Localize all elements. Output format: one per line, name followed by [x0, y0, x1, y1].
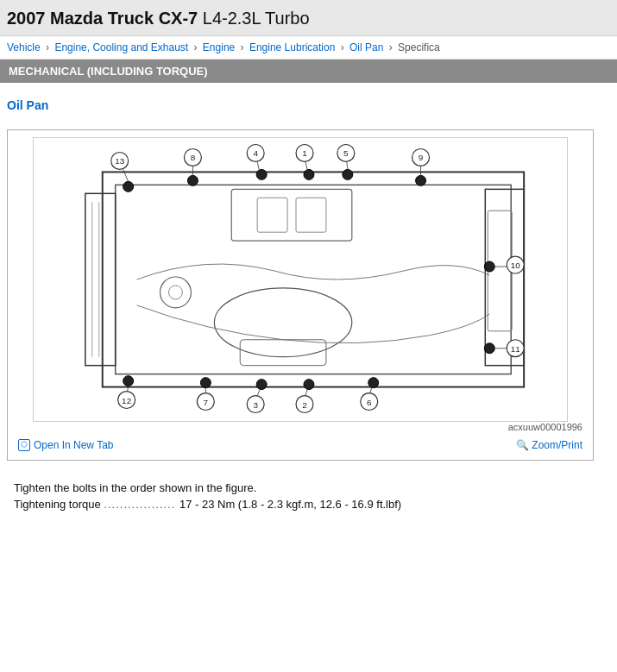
svg-point-15	[123, 181, 134, 192]
svg-point-17	[256, 169, 267, 179]
oil-pan-link[interactable]: Oil Pan	[7, 98, 610, 112]
svg-point-22	[484, 343, 494, 354]
zoom-icon: 🔍	[516, 439, 529, 451]
svg-text:3: 3	[253, 400, 258, 410]
zoom-print-link[interactable]: 🔍 Zoom/Print	[516, 439, 582, 451]
image-id-label: acxuuw00001996	[15, 422, 586, 434]
svg-point-19	[343, 169, 353, 179]
svg-point-25	[256, 380, 267, 390]
svg-text:11: 11	[511, 344, 521, 354]
svg-point-21	[484, 261, 494, 272]
svg-text:8: 8	[191, 153, 196, 162]
diagram-container: 13 8 4 1 5	[7, 129, 594, 461]
svg-text:5: 5	[343, 148, 349, 158]
diagram-box: 13 8 4 1 5	[33, 137, 568, 422]
breadcrumb-engine-lubrication[interactable]: Engine Lubrication	[249, 41, 335, 53]
svg-point-18	[304, 169, 314, 179]
svg-point-27	[368, 378, 379, 388]
svg-text:2: 2	[302, 400, 307, 410]
breadcrumb: Vehicle › Engine, Cooling and Exhaust › …	[0, 36, 617, 60]
svg-rect-0	[34, 142, 567, 418]
open-new-tab-link[interactable]: ⬡ Open In New Tab	[18, 439, 114, 451]
svg-point-24	[200, 378, 211, 388]
new-tab-icon: ⬡	[18, 439, 30, 451]
svg-point-26	[304, 380, 314, 390]
torque-section: Tighten the bolts in the order shown in …	[7, 468, 610, 518]
svg-point-23	[123, 376, 134, 386]
svg-text:13: 13	[115, 156, 125, 166]
svg-text:4: 4	[253, 148, 258, 158]
svg-text:10: 10	[511, 261, 521, 270]
section-header: MECHANICAL (INCLUDING TORQUE)	[0, 60, 617, 83]
breadcrumb-engine-cooling[interactable]: Engine, Cooling and Exhaust	[54, 41, 188, 53]
svg-text:12: 12	[122, 396, 132, 405]
svg-point-16	[187, 175, 198, 185]
svg-text:6: 6	[367, 398, 372, 407]
torque-description: Tighten the bolts in the order shown in …	[14, 481, 603, 494]
diagram-svg: 13 8 4 1 5	[34, 138, 567, 421]
breadcrumb-engine[interactable]: Engine	[203, 41, 235, 53]
svg-text:1: 1	[302, 148, 307, 158]
svg-point-20	[416, 175, 426, 185]
svg-text:9: 9	[419, 153, 424, 162]
breadcrumb-specifica: Specifica	[398, 41, 440, 53]
torque-spec: Tightening torque .................. 17 …	[14, 498, 603, 511]
breadcrumb-oil-pan[interactable]: Oil Pan	[349, 41, 383, 53]
page-title: 2007 Mazda Truck CX-7 L4-2.3L Turbo	[7, 9, 610, 28]
svg-text:7: 7	[204, 398, 209, 407]
breadcrumb-vehicle[interactable]: Vehicle	[7, 41, 41, 53]
